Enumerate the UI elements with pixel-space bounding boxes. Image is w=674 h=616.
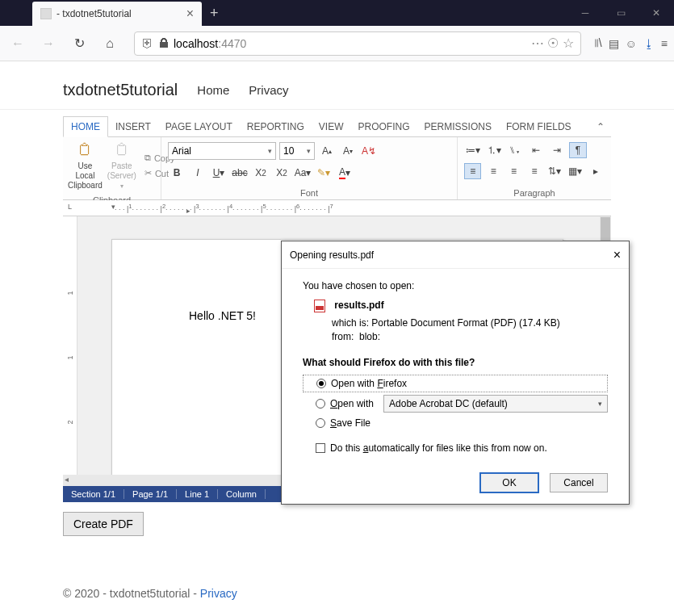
radio-open-with[interactable]: Open with Adobe Acrobat DC (default) (303, 392, 608, 415)
align-left-button[interactable]: ≡ (464, 163, 481, 179)
ribbon-tab-insert[interactable]: INSERT (108, 116, 158, 137)
font-name-dropdown[interactable]: Arial (168, 142, 276, 160)
document-body-text: Hello .NET 5! (189, 309, 256, 322)
italic-button[interactable]: I (189, 165, 207, 181)
account-icon[interactable]: ☺ (626, 37, 637, 50)
superscript-button[interactable]: X2 (273, 165, 291, 181)
forward-button[interactable]: → (37, 32, 60, 55)
font-color-button[interactable]: A▾ (336, 165, 354, 181)
dialog-titlebar: Opening results.pdf × (282, 241, 629, 269)
bold-button[interactable]: B (168, 165, 186, 181)
create-pdf-button[interactable]: Create PDF (63, 512, 144, 536)
reader-icon[interactable]: ▤ (609, 37, 619, 50)
status-section: Section 1/1 (63, 489, 124, 499)
dec-indent-button[interactable]: ⇤ (527, 142, 545, 158)
tab-close-icon[interactable]: × (186, 6, 194, 21)
url-text: localhost:4470 (174, 37, 246, 50)
highlight-button[interactable]: ✎▾ (315, 165, 333, 181)
paragraph-group-label: Paragraph (458, 186, 611, 199)
lock-icon: 🔒︎ (157, 36, 170, 51)
ribbon-body: 📋︎ Use Local Clipboard 📋︎ Paste (Server)… (63, 137, 611, 200)
expand-paragraph-icon[interactable]: ▸ (588, 163, 605, 179)
align-center-button[interactable]: ≡ (484, 163, 501, 179)
ribbon-tab-permissions[interactable]: PERMISSIONS (417, 116, 499, 137)
grow-font-button[interactable]: A▴ (318, 143, 336, 159)
browser-tab[interactable]: - txdotnet5tutorial × (32, 2, 202, 26)
borders-button[interactable]: ▦▾ (567, 163, 584, 179)
url-actions: ⋯ ☉ ☆ (531, 36, 574, 51)
dialog-chosen-text: You have chosen to open: (303, 280, 608, 291)
horizontal-ruler[interactable]: L ▾ · · · |1· · · · · · · |2· · · · · · … (63, 200, 611, 216)
ribbon-tab-proofing[interactable]: PROOFING (351, 116, 417, 137)
dialog-filetype: Portable Document Format (PDF) (17.4 KB) (371, 317, 559, 329)
dialog-close-icon[interactable]: × (613, 248, 621, 262)
browser-toolbar: ← → ↻ ⌂ ⛨ 🔒︎ localhost:4470 ⋯ ☉ ☆ ⫴\ ▤ ☺… (0, 26, 674, 61)
nav-privacy[interactable]: Privacy (249, 83, 288, 97)
dialog-filename: results.pdf (334, 300, 383, 311)
pdf-file-icon (314, 300, 325, 312)
footer-privacy-link[interactable]: Privacy (200, 587, 237, 600)
use-local-clipboard-button[interactable]: 📋︎ Use Local Clipboard (68, 140, 103, 191)
close-window-button[interactable]: ✕ (638, 0, 674, 26)
ribbon-tabs: HOME INSERT PAGE LAYOUT REPORTING VIEW P… (63, 116, 611, 137)
dialog-title-text: Opening results.pdf (290, 249, 374, 261)
ribbon-tab-reporting[interactable]: REPORTING (240, 116, 312, 137)
multilevel-list-button[interactable]: ⑊▾ (506, 142, 524, 158)
line-spacing-button[interactable]: ⇅▾ (546, 163, 563, 179)
library-icon[interactable]: ⫴\ (594, 36, 602, 50)
cancel-button[interactable]: Cancel (550, 473, 608, 492)
paste-button[interactable]: 📋︎ Paste (Server)▾ (107, 140, 136, 191)
status-page: Page 1/1 (124, 489, 177, 499)
font-group-label: Font (161, 186, 457, 199)
align-justify-button[interactable]: ≡ (525, 163, 542, 179)
checkbox-icon (316, 443, 325, 453)
number-list-button[interactable]: ⒈▾ (485, 142, 503, 158)
strike-button[interactable]: abc (231, 165, 249, 181)
window-controls: ─ ▭ ✕ (567, 0, 674, 26)
underline-button[interactable]: U▾ (210, 165, 228, 181)
shield-icon: ⛨ (141, 36, 154, 51)
dialog-from: blob: (359, 331, 380, 342)
ribbon-tab-page-layout[interactable]: PAGE LAYOUT (158, 116, 240, 137)
ribbon-tab-home[interactable]: HOME (63, 116, 108, 137)
font-size-dropdown[interactable]: 10 (279, 142, 315, 160)
download-dialog: Opening results.pdf × You have chosen to… (281, 241, 630, 505)
url-bar[interactable]: ⛨ 🔒︎ localhost:4470 ⋯ ☉ ☆ (134, 31, 581, 56)
paste-icon: 📋︎ (112, 140, 132, 160)
bullet-list-button[interactable]: ≔▾ (464, 142, 482, 158)
back-button[interactable]: ← (6, 32, 29, 55)
new-tab-button[interactable]: + (210, 5, 219, 22)
radio-icon (316, 418, 325, 428)
align-right-button[interactable]: ≡ (505, 163, 522, 179)
ribbon-collapse-icon[interactable]: ⌃ (597, 121, 611, 132)
ribbon-tab-form-fields[interactable]: FORM FIELDS (499, 116, 579, 137)
radio-icon (316, 379, 326, 388)
open-with-app-select[interactable]: Adobe Acrobat DC (default) (383, 395, 608, 413)
cut-icon: ✂ (144, 168, 152, 178)
home-button[interactable]: ⌂ (98, 32, 121, 55)
dialog-question: What should Firefox do with this file? (303, 357, 608, 368)
auto-checkbox-row[interactable]: Do this automatically for files like thi… (303, 442, 608, 454)
nav-home[interactable]: Home (197, 83, 229, 97)
page-footer: © 2020 - txdotnet5tutorial - Privacy (63, 587, 237, 600)
radio-save-file[interactable]: Save File (303, 415, 608, 431)
reload-button[interactable]: ↻ (68, 32, 90, 55)
subscript-button[interactable]: X2 (252, 165, 270, 181)
case-button[interactable]: Aa▾ (294, 165, 312, 181)
shrink-font-button[interactable]: A▾ (339, 143, 357, 159)
tab-title: - txdotnet5tutorial (57, 8, 180, 19)
pilcrow-button[interactable]: ¶ (569, 142, 587, 158)
status-column: Column (218, 489, 266, 499)
maximize-button[interactable]: ▭ (603, 0, 638, 26)
vertical-ruler[interactable]: 112 (63, 216, 77, 486)
tab-favicon (40, 8, 52, 19)
inc-indent-button[interactable]: ⇥ (548, 142, 566, 158)
minimize-button[interactable]: ─ (567, 0, 603, 26)
ok-button[interactable]: OK (480, 473, 538, 492)
downloads-icon[interactable]: ⭳ (643, 37, 655, 50)
ribbon-tab-view[interactable]: VIEW (312, 116, 351, 137)
brand[interactable]: txdotnet5tutorial (0, 81, 178, 99)
radio-open-firefox[interactable]: Open with Firefox (303, 375, 608, 392)
menu-icon[interactable]: ≡ (661, 37, 668, 50)
clear-format-button[interactable]: A↯ (360, 143, 378, 159)
